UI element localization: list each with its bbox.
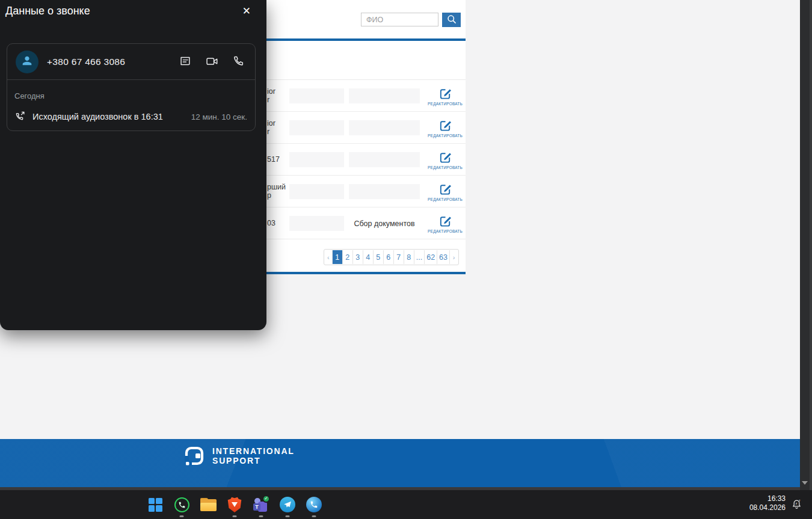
edit-button[interactable]: РЕДАКТИРОВАТЬ <box>429 114 461 143</box>
contact-phone-number: +380 67 466 3086 <box>47 57 125 67</box>
scrollbar-down-arrow-icon[interactable] <box>801 479 808 487</box>
svg-text:z: z <box>796 501 798 505</box>
edit-button[interactable]: РЕДАКТИРОВАТЬ <box>429 146 461 174</box>
lawyer-select-placeholder[interactable] <box>289 88 344 103</box>
file-explorer-icon[interactable] <box>195 490 221 519</box>
contact-actions <box>179 55 245 68</box>
history-day-label: Сегодня <box>14 91 45 100</box>
telegram-icon[interactable] <box>274 490 301 519</box>
edit-button-label: РЕДАКТИРОВАТЬ <box>428 134 463 138</box>
lawyer-select-placeholder[interactable] <box>289 120 344 135</box>
phone-app-icon[interactable] <box>301 490 327 519</box>
footer-logo: INTERNATIONAL SUPPORT <box>185 446 295 465</box>
manager-cell-fragment: ршийр <box>267 183 286 200</box>
taskbar-icon-strip: T✓ <box>142 490 327 519</box>
edit-button-label: РЕДАКТИРОВАТЬ <box>428 102 463 106</box>
edit-icon <box>438 87 452 100</box>
pagination-page-8[interactable]: 8 <box>404 250 414 264</box>
status-select-placeholder[interactable] <box>349 184 420 199</box>
taskbar-clock[interactable]: 16:33 08.04.2026 <box>749 494 786 512</box>
lawyer-select-placeholder[interactable] <box>289 184 344 199</box>
pagination-page-5[interactable]: 5 <box>374 250 384 264</box>
avatar <box>16 51 38 73</box>
outgoing-call-icon <box>14 111 26 124</box>
international-support-logo <box>185 446 204 465</box>
edit-icon <box>438 150 452 164</box>
lawyer-select-placeholder[interactable] <box>289 152 344 167</box>
edit-button[interactable]: РЕДАКТИРОВАТЬ <box>429 177 461 206</box>
notification-bell-dnd-icon[interactable]: z z <box>791 499 802 512</box>
lawyer-select-placeholder[interactable] <box>289 216 344 231</box>
browser-scrollbar[interactable] <box>800 0 812 490</box>
pagination-page-3[interactable]: 3 <box>353 250 363 264</box>
message-icon[interactable] <box>179 55 192 68</box>
edit-icon <box>438 214 452 228</box>
contact-row: +380 67 466 3086 <box>7 44 255 80</box>
edit-icon <box>438 182 452 196</box>
footer-brand-line2: SUPPORT <box>212 456 295 465</box>
manager-cell-fragment: 03 <box>267 219 275 227</box>
pagination-page-4[interactable]: 4 <box>363 250 374 264</box>
pagination-page-63[interactable]: 63 <box>437 250 450 264</box>
search-button[interactable] <box>442 13 461 27</box>
pagination-page-62[interactable]: 62 <box>425 250 437 264</box>
edit-button-label: РЕДАКТИРОВАТЬ <box>428 197 463 201</box>
footer-brand-line1: INTERNATIONAL <box>212 446 295 456</box>
call-entry-duration: 12 мин. 10 сек. <box>191 112 247 121</box>
windows-start-icon[interactable] <box>142 490 168 519</box>
pagination-page-7[interactable]: 7 <box>394 250 404 264</box>
brave-browser-icon[interactable] <box>221 490 248 519</box>
search-icon <box>446 14 457 26</box>
voice-call-icon[interactable] <box>232 55 245 68</box>
manager-cell-fragment: iorr <box>267 87 275 104</box>
status-value: Сбор документов <box>347 207 422 239</box>
call-history-entry: Исходящий аудиозвонок в 16:31 12 мин. 10… <box>7 108 255 126</box>
pagination: ‹12345678...6263› <box>324 249 459 265</box>
pagination-page-1[interactable]: 1 <box>333 250 343 264</box>
panel-title: Данные о звонке <box>5 5 90 17</box>
running-indicator <box>312 515 316 517</box>
running-indicator <box>233 515 237 517</box>
pagination-next[interactable]: › <box>450 250 458 264</box>
status-select-placeholder[interactable] <box>349 120 420 135</box>
running-indicator <box>180 515 184 517</box>
screen: джер Юрист Статус подготовки документов … <box>0 0 812 519</box>
pagination-page-6[interactable]: 6 <box>384 250 394 264</box>
pagination-page-...[interactable]: ... <box>414 250 425 264</box>
edit-button[interactable]: РЕДАКТИРОВАТЬ <box>429 209 461 238</box>
taskbar: T✓ 16:33 08.04.2026 <box>0 490 812 519</box>
person-icon <box>20 54 34 70</box>
clock-time: 16:33 <box>749 494 786 503</box>
edit-button[interactable]: РЕДАКТИРОВАТЬ <box>429 82 461 111</box>
clock-date: 08.04.2026 <box>749 503 786 512</box>
edit-button-label: РЕДАКТИРОВАТЬ <box>428 165 463 170</box>
whatsapp-icon[interactable] <box>168 490 195 519</box>
call-entry-label: Исходящий аудиозвонок в 16:31 <box>32 112 163 121</box>
video-call-icon[interactable] <box>205 55 219 68</box>
page-footer: INTERNATIONAL SUPPORT <box>0 439 800 487</box>
footer-brand-text: INTERNATIONAL SUPPORT <box>212 446 295 465</box>
close-icon[interactable]: ✕ <box>242 5 251 17</box>
edit-icon <box>438 118 452 132</box>
manager-cell-fragment: 517 <box>267 155 280 164</box>
running-indicator <box>286 515 290 517</box>
pagination-page-2[interactable]: 2 <box>343 250 353 264</box>
running-indicator <box>259 515 263 517</box>
pagination-prev[interactable]: ‹ <box>325 250 333 264</box>
edit-button-label: РЕДАКТИРОВАТЬ <box>428 229 463 233</box>
status-select-placeholder[interactable] <box>349 152 420 167</box>
microsoft-teams-icon[interactable]: T✓ <box>248 490 274 519</box>
manager-cell-fragment: iorr <box>267 119 275 136</box>
call-details-panel: Данные о звонке ✕ +380 67 466 3086 <box>0 0 266 330</box>
svg-text:z: z <box>799 499 801 502</box>
call-contact-card: +380 67 466 3086 <box>7 43 256 131</box>
status-select-placeholder[interactable] <box>349 88 420 103</box>
search-input[interactable] <box>361 13 438 26</box>
